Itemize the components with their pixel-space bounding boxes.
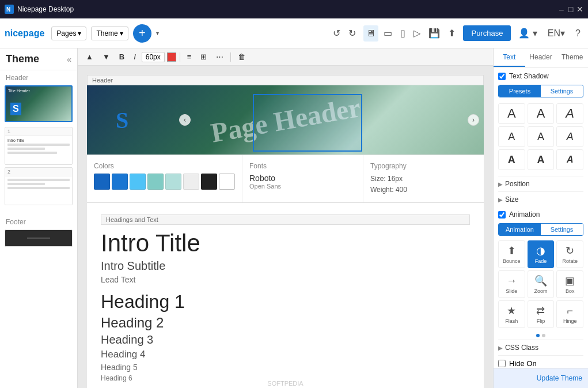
list-button[interactable]: ≡ (184, 51, 195, 63)
redo-button[interactable]: ↻ (346, 25, 359, 42)
color-swatch-white[interactable] (219, 174, 235, 190)
italic-button[interactable]: I (130, 51, 139, 63)
color-swatch-3[interactable] (130, 174, 146, 190)
presets-button[interactable]: Presets (499, 85, 541, 97)
color-swatch-5[interactable] (165, 174, 181, 190)
add-dropdown-icon: ▾ (156, 30, 159, 36)
page-number-1: 1 (5, 127, 72, 135)
animation-checkbox[interactable] (498, 211, 506, 219)
anim-hinge[interactable]: ⌐ Hinge (556, 300, 583, 328)
text-color-swatch[interactable] (167, 52, 176, 62)
page-item-1[interactable]: 1 Intro Title (5, 127, 73, 165)
close-button[interactable]: ✕ (576, 6, 583, 13)
css-class-section-header[interactable]: ▶ CSS Class (498, 340, 583, 355)
page-item-2[interactable]: 2 (5, 167, 73, 205)
anim-rotate[interactable]: ↻ Rotate (556, 240, 583, 268)
nav-right-arrow[interactable]: › (468, 114, 479, 126)
add-button[interactable]: + (133, 24, 151, 43)
font-style-heavy[interactable]: A (528, 149, 555, 170)
purchase-button[interactable]: Purchase (463, 25, 511, 41)
app-icon: N (5, 5, 14, 14)
heading6[interactable]: Heading 6 (101, 374, 470, 382)
heading4[interactable]: Heading 4 (101, 349, 470, 360)
color-swatch-4[interactable] (147, 174, 164, 190)
thumb-line (7, 144, 70, 146)
maximize-button[interactable]: □ (567, 6, 574, 13)
anim-slide[interactable]: → Slide (498, 270, 525, 298)
lead-text[interactable]: Lead Text (101, 275, 470, 284)
anim-tab-animation[interactable]: Animation (499, 224, 541, 235)
footer-section: Footer (0, 214, 77, 249)
anim-flash[interactable]: ★ Flash (498, 300, 525, 328)
header-thumbnail[interactable]: Title Header S (5, 85, 73, 122)
heading1[interactable]: Heading 1 (101, 291, 470, 312)
intro-title[interactable]: Intro Title (101, 229, 470, 257)
minimize-button[interactable]: – (558, 6, 565, 13)
pages-button[interactable]: Pages ▾ (51, 27, 86, 40)
undo-button[interactable]: ↺ (330, 25, 343, 42)
tablet-view-button[interactable]: ▭ (381, 25, 395, 42)
move-down-button[interactable]: ▼ (99, 51, 113, 63)
font-style-italic2[interactable]: A (556, 126, 583, 147)
mobile-view-button[interactable]: ▯ (397, 25, 408, 42)
nav-left-arrow[interactable]: ‹ (179, 114, 191, 126)
color-swatch-1[interactable] (94, 174, 110, 190)
indent-button[interactable]: ⊞ (197, 51, 210, 63)
header-image[interactable]: ‹ S Page Header › (87, 85, 484, 155)
help-button[interactable]: ? (572, 25, 583, 42)
more-options-button[interactable]: ⋯ (213, 51, 227, 63)
app-logo: nicepage (5, 28, 44, 39)
position-section-header[interactable]: ▶ Position (498, 176, 583, 191)
desktop-view-button[interactable]: 🖥 (363, 25, 378, 42)
anim-zoom[interactable]: 🔍 Zoom (528, 270, 555, 298)
hide-on-checkbox[interactable] (498, 360, 506, 367)
font-style-bold[interactable]: A (498, 149, 525, 170)
font-size-input[interactable] (142, 52, 165, 62)
anim-tab-settings[interactable]: Settings (541, 224, 583, 235)
sidebar-collapse-button[interactable]: « (67, 55, 71, 64)
font-style-black[interactable]: A (556, 149, 583, 170)
tab-text[interactable]: Text (494, 48, 525, 67)
content-section: Headings and Text Intro Title Intro Subt… (87, 202, 484, 388)
anim-flip[interactable]: ⇄ Flip (528, 300, 555, 328)
preview-button[interactable]: ▷ (411, 25, 423, 42)
sidebar-title: Theme (6, 53, 39, 65)
intro-subtitle[interactable]: Intro Subtitle (101, 259, 470, 273)
delete-button[interactable]: 🗑 (234, 51, 249, 63)
header-section: Header ‹ S Page Header › (87, 75, 484, 155)
update-theme-button[interactable]: Update Theme (494, 368, 588, 388)
sidebar-header-label: Header (0, 70, 77, 83)
animation-grid: ⬆ Bounce ◑ Fade ↻ Rotate → Slide (498, 240, 583, 328)
font-style-thin[interactable]: A (528, 103, 555, 124)
anim-bounce[interactable]: ⬆ Bounce (498, 240, 525, 268)
page-thumb-title: Intro Title (7, 138, 70, 142)
color-swatch-2[interactable] (112, 174, 128, 190)
anim-box[interactable]: ▣ Box (556, 270, 583, 298)
selected-text-box[interactable] (253, 94, 362, 152)
color-swatch-7[interactable] (201, 174, 217, 190)
save-button[interactable]: 💾 (426, 25, 443, 42)
font-style-normal2[interactable]: A (498, 126, 525, 147)
heading5[interactable]: Heading 5 (101, 363, 470, 372)
theme-button[interactable]: Theme ▾ (91, 27, 128, 40)
move-up-button[interactable]: ▲ (82, 51, 97, 63)
user-button[interactable]: 👤 ▾ (515, 25, 540, 42)
font-style-italic[interactable]: A (556, 103, 583, 124)
color-swatch-6[interactable] (183, 174, 199, 190)
bold-button[interactable]: B (116, 51, 128, 63)
colors-label: Colors (94, 162, 235, 170)
heading2[interactable]: Heading 2 (101, 315, 470, 331)
heading3[interactable]: Heading 3 (101, 333, 470, 346)
anim-fade[interactable]: ◑ Fade (528, 240, 555, 268)
font-style-medium[interactable]: A (528, 126, 555, 147)
language-button[interactable]: EN ▾ (545, 25, 568, 42)
tab-theme[interactable]: Theme (556, 48, 588, 67)
tab-header[interactable]: Header (525, 48, 557, 67)
font-style-normal[interactable]: A (498, 103, 525, 124)
footer-thumbnail[interactable] (5, 229, 73, 247)
text-shadow-checkbox[interactable] (498, 73, 506, 80)
size-section-header[interactable]: ▶ Size (498, 191, 583, 207)
settings-button[interactable]: Settings (541, 85, 583, 97)
thumb-title-text: Title Header (8, 89, 30, 93)
publish-button[interactable]: ⬆ (445, 25, 458, 42)
